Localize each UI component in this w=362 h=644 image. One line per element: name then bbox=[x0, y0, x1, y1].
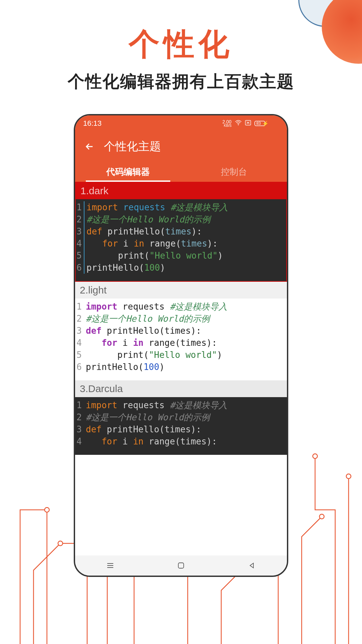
code-preview-dark: 123456import requests #这是模块导入#这是一个Hello … bbox=[76, 199, 286, 281]
theme-list[interactable]: 1.dark 123456import requests #这是模块导入#这是一… bbox=[75, 182, 287, 555]
tab-label: 代码编辑器 bbox=[106, 166, 150, 178]
hero-title: 个性化 bbox=[0, 23, 362, 65]
tab-bar: 代码编辑器 控制台 bbox=[75, 162, 287, 182]
app-bar: 个性化主题 bbox=[75, 131, 287, 162]
tab-console[interactable]: 控制台 bbox=[181, 162, 287, 182]
theme-option-light[interactable]: 2.light 123456import requests #这是模块导入#这是… bbox=[75, 282, 287, 380]
phone-frame: 16:13 2.00 KB/S 83 ⚡ 个性化主题 bbox=[74, 114, 288, 577]
svg-point-8 bbox=[346, 474, 351, 479]
battery-icon: 83 ⚡ bbox=[254, 120, 279, 127]
nav-recent-button[interactable] bbox=[106, 561, 115, 570]
hero-subtitle: 个性化编辑器拥有上百款主题 bbox=[0, 70, 362, 93]
tab-code-editor[interactable]: 代码编辑器 bbox=[75, 162, 181, 182]
theme-option-dark[interactable]: 1.dark 123456import requests #这是模块导入#这是一… bbox=[75, 182, 287, 282]
code-preview-light: 123456import requests #这是模块导入#这是一个Hello … bbox=[75, 299, 287, 380]
theme-header: 3.Darcula bbox=[75, 380, 287, 397]
status-indicators: 2.00 KB/S 83 ⚡ bbox=[222, 119, 279, 127]
nav-home-button[interactable] bbox=[176, 561, 186, 570]
theme-option-Darcula[interactable]: 3.Darcula 1234import requests #这是模块导入#这是… bbox=[75, 380, 287, 455]
tab-label: 控制台 bbox=[221, 166, 247, 178]
status-bar: 16:13 2.00 KB/S 83 ⚡ bbox=[75, 115, 287, 131]
theme-header: 2.light bbox=[75, 282, 287, 299]
svg-point-0 bbox=[45, 507, 49, 512]
code-preview-darcula: 1234import requests #这是模块导入#这是一个Hello Wo… bbox=[75, 397, 287, 455]
svg-point-9 bbox=[238, 124, 239, 125]
svg-rect-16 bbox=[178, 563, 184, 568]
svg-point-6 bbox=[319, 514, 324, 519]
appbar-title: 个性化主题 bbox=[104, 139, 161, 154]
back-button[interactable] bbox=[84, 142, 95, 152]
svg-point-1 bbox=[58, 541, 63, 546]
svg-point-7 bbox=[313, 454, 317, 459]
nav-back-button[interactable] bbox=[247, 561, 256, 570]
android-nav-bar bbox=[75, 555, 287, 576]
wifi-icon bbox=[235, 120, 242, 127]
status-time: 16:13 bbox=[83, 119, 102, 128]
mute-icon bbox=[245, 120, 251, 127]
theme-header: 1.dark bbox=[76, 182, 286, 199]
